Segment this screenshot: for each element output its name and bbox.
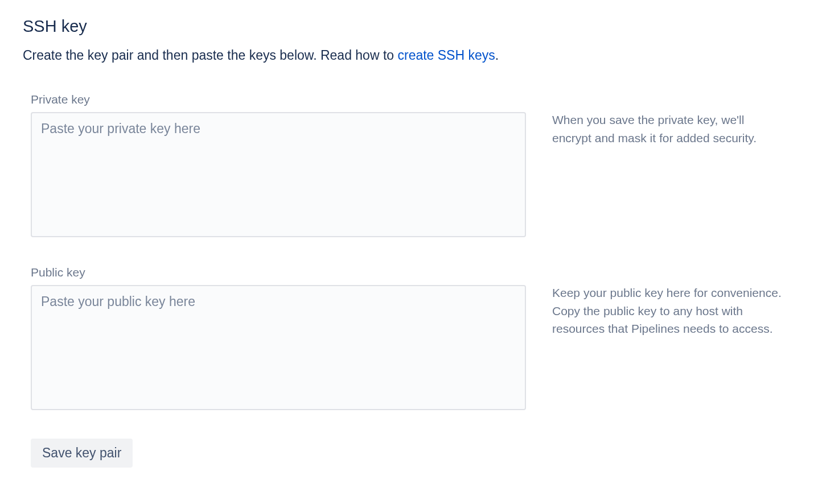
public-key-help: Keep your public key here for convenienc… <box>526 266 782 338</box>
page-title: SSH key <box>23 17 799 36</box>
public-key-label: Public key <box>31 266 526 279</box>
private-key-group: Private key When you save the private ke… <box>23 93 799 237</box>
create-ssh-keys-link[interactable]: create SSH keys <box>397 48 495 63</box>
public-key-textarea[interactable] <box>31 285 526 410</box>
private-key-field-column: Private key <box>31 93 526 237</box>
page-description: Create the key pair and then paste the k… <box>23 46 799 64</box>
description-text-prefix: Create the key pair and then paste the k… <box>23 48 397 63</box>
public-key-field-column: Public key <box>31 266 526 410</box>
description-text-suffix: . <box>495 48 499 63</box>
save-key-pair-button[interactable]: Save key pair <box>31 439 133 468</box>
button-row: Save key pair <box>23 439 799 468</box>
private-key-help: When you save the private key, we'll enc… <box>526 93 782 147</box>
private-key-textarea[interactable] <box>31 112 526 237</box>
public-key-group: Public key Keep your public key here for… <box>23 266 799 410</box>
private-key-label: Private key <box>31 93 526 106</box>
